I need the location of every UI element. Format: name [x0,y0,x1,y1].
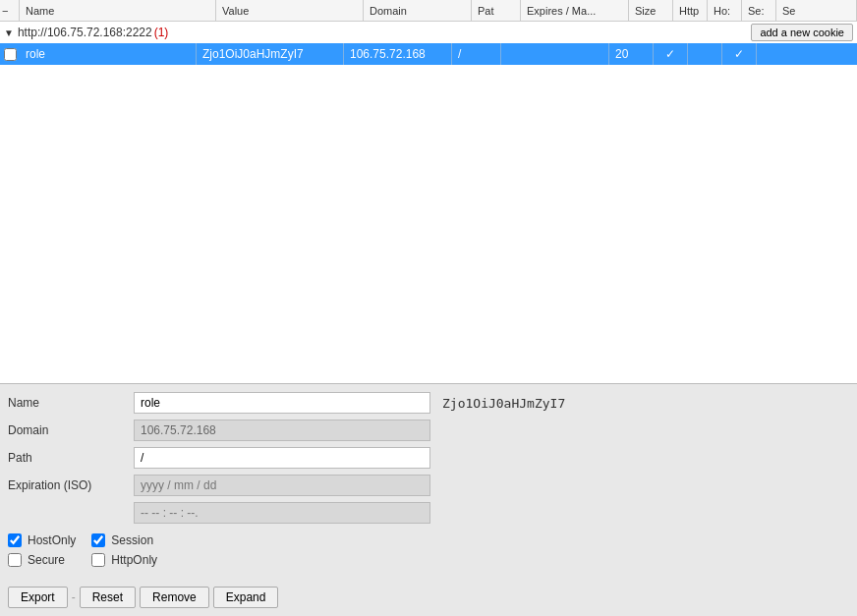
expiration-time-row [8,502,430,524]
reset-button[interactable]: Reset [80,587,136,608]
name-input[interactable] [134,392,430,414]
secure-checkbox[interactable] [8,553,22,567]
cell-http: ✓ [654,43,688,65]
cell-domain: 106.75.72.168 [344,43,452,65]
path-label: Path [8,451,126,465]
collapse-triangle-icon[interactable]: ▼ [4,28,14,38]
col-header-sec1[interactable]: Se: [742,0,776,21]
hostonly-label: HostOnly [28,533,76,547]
hostonly-checkbox[interactable] [8,533,22,547]
secure-checkbox-item: Secure [8,553,76,567]
remove-button[interactable]: Remove [140,587,209,608]
session-checkbox-item: Session [91,533,157,547]
col-header-domain[interactable]: Domain [364,0,472,21]
col-header-name[interactable]: Name [20,0,216,21]
domain-label: http://106.75.72.168:2222 [18,26,152,39]
domain-row: Domain [8,420,430,441]
col-header-value[interactable]: Value [216,0,364,21]
button-separator: - [72,590,76,604]
col-header-sec2[interactable]: Se [776,0,857,21]
cookie-table-section: − Name Value Domain Pat Expires / Ma... … [0,0,857,383]
cookie-form: Name Domain Path Expiration (ISO) HostOn… [8,392,430,608]
col-header-expires[interactable]: Expires / Ma... [521,0,629,21]
name-row: Name [8,392,430,414]
right-checkbox-group: Session HttpOnly [91,533,157,567]
table-header: − Name Value Domain Pat Expires / Ma... … [0,0,857,22]
col-header-http[interactable]: Http [673,0,708,21]
table-empty-area [0,65,857,383]
cell-name: role [20,43,197,65]
cell-sec1: ✓ [722,43,757,65]
header-minus[interactable]: − [0,0,20,21]
cell-value: Zjo1OiJ0aHJmZyI7 [197,43,344,65]
export-button[interactable]: Export [8,587,68,608]
action-buttons: Export - Reset Remove Expand [8,579,430,608]
httponly-checkbox[interactable] [91,553,105,567]
row-checkbox[interactable] [0,48,20,61]
cookie-value-display: Zjo1OiJ0aHJmZyI7 [442,396,845,411]
domain-label: Domain [8,423,126,437]
path-row: Path [8,447,430,469]
session-checkbox[interactable] [91,533,105,547]
cell-size: 20 [609,43,654,65]
left-checkbox-group: HostOnly Secure [8,533,76,567]
httponly-label: HttpOnly [111,553,157,567]
checkbox-area: HostOnly Secure Session HttpOnly [8,533,430,567]
cookie-detail-panel: Name Domain Path Expiration (ISO) HostOn… [0,383,857,616]
path-input[interactable] [134,447,430,469]
value-display-section: Zjo1OiJ0aHJmZyI7 [438,392,849,608]
cookie-row[interactable]: role Zjo1OiJ0aHJmZyI7 106.75.72.168 / 20… [0,43,857,65]
cell-host [688,43,722,65]
expand-button[interactable]: Expand [213,587,279,608]
expiration-time-input[interactable] [134,502,430,524]
col-header-size[interactable]: Size [629,0,673,21]
cell-expires [501,43,609,65]
domain-group-row: ▼ http://106.75.72.168:2222 (1) add a ne… [0,22,857,43]
hostonly-checkbox-item: HostOnly [8,533,76,547]
name-label: Name [8,396,126,410]
col-header-host[interactable]: Ho: [708,0,742,21]
expiration-label: Expiration (ISO) [8,478,126,492]
cell-path: / [452,43,501,65]
col-header-path[interactable]: Pat [472,0,521,21]
expiration-date-row: Expiration (ISO) [8,475,430,496]
domain-count: (1) [154,26,169,39]
httponly-checkbox-item: HttpOnly [91,553,157,567]
expiration-date-input[interactable] [134,475,430,496]
domain-input[interactable] [134,420,430,441]
row-select-checkbox[interactable] [4,48,17,61]
add-cookie-button[interactable]: add a new cookie [751,24,853,41]
secure-label: Secure [28,553,65,567]
session-label: Session [111,533,153,547]
